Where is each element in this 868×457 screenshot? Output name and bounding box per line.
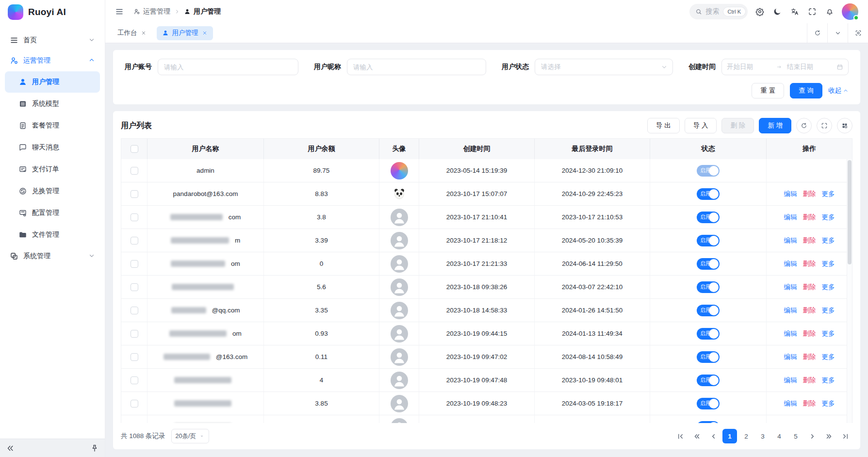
user-nickname-input[interactable] bbox=[347, 59, 486, 75]
delete-link[interactable]: 删除 bbox=[803, 399, 816, 408]
scrollbar-thumb[interactable] bbox=[848, 160, 852, 264]
status-toggle[interactable]: 启用 bbox=[697, 212, 720, 223]
delete-button[interactable]: 删 除 bbox=[721, 118, 754, 133]
bell-button[interactable] bbox=[825, 7, 834, 16]
more-link[interactable]: 更多 bbox=[822, 283, 835, 292]
more-link[interactable]: 更多 bbox=[822, 376, 835, 385]
more-link[interactable]: 更多 bbox=[822, 190, 835, 198]
create-time-range-picker[interactable]: 开始日期结束日期 bbox=[721, 59, 849, 75]
more-link[interactable]: 更多 bbox=[822, 260, 835, 268]
select-all-checkbox[interactable] bbox=[131, 145, 138, 153]
sidebar-collapse-button[interactable] bbox=[6, 444, 15, 453]
row-checkbox[interactable] bbox=[131, 283, 138, 291]
edit-link[interactable]: 编辑 bbox=[784, 423, 797, 424]
sidebar-item-file-management[interactable]: 文件管理 bbox=[5, 224, 100, 245]
user-avatar[interactable] bbox=[842, 3, 858, 20]
table-grid-button[interactable] bbox=[837, 118, 852, 133]
edit-link[interactable]: 编辑 bbox=[784, 353, 797, 361]
row-checkbox[interactable] bbox=[131, 423, 138, 424]
global-search[interactable]: 搜索 Ctrl K bbox=[689, 4, 748, 19]
status-toggle[interactable]: 启用 bbox=[697, 305, 720, 316]
status-toggle[interactable]: 启用 bbox=[697, 281, 720, 293]
status-toggle[interactable]: 启用 bbox=[697, 165, 720, 177]
page-3-button[interactable]: 3 bbox=[755, 429, 770, 443]
tabbar-focus-button[interactable] bbox=[848, 23, 868, 43]
more-link[interactable]: 更多 bbox=[822, 306, 835, 315]
status-toggle[interactable]: 启用 bbox=[697, 235, 720, 246]
tab-user-management[interactable]: 用户管理 bbox=[157, 26, 213, 40]
hamburger-menu-button[interactable] bbox=[115, 7, 124, 16]
sidebar-item-exchange-management[interactable]: 兑换管理 bbox=[5, 180, 100, 202]
more-link[interactable]: 更多 bbox=[822, 353, 835, 361]
tab-workbench[interactable]: 工作台 bbox=[112, 26, 152, 40]
row-checkbox[interactable] bbox=[131, 330, 138, 338]
edit-link[interactable]: 编辑 bbox=[784, 190, 797, 198]
sidebar-group-home[interactable]: 首页 bbox=[5, 30, 100, 50]
close-icon[interactable] bbox=[141, 30, 147, 36]
sidebar-item-payment-orders[interactable]: 支付订单 bbox=[5, 159, 100, 180]
more-link[interactable]: 更多 bbox=[822, 329, 835, 338]
tabbar-refresh-button[interactable] bbox=[807, 23, 827, 43]
translate-button[interactable] bbox=[790, 7, 799, 16]
edit-link[interactable]: 编辑 bbox=[784, 306, 797, 315]
table-scrollbar[interactable] bbox=[847, 159, 852, 423]
more-link[interactable]: 更多 bbox=[822, 399, 835, 408]
delete-link[interactable]: 删除 bbox=[803, 283, 816, 292]
edit-link[interactable]: 编辑 bbox=[784, 329, 797, 338]
sidebar-item-system-model[interactable]: 系统模型 bbox=[5, 93, 100, 114]
sidebar-pin-button[interactable] bbox=[90, 444, 99, 453]
row-checkbox[interactable] bbox=[131, 376, 138, 384]
status-toggle[interactable]: 启用 bbox=[697, 375, 720, 386]
sidebar-item-config-management[interactable]: 配置管理 bbox=[5, 202, 100, 224]
sidebar-item-chat-messages[interactable]: 聊天消息 bbox=[5, 137, 100, 158]
import-button[interactable]: 导 入 bbox=[685, 118, 717, 133]
export-button[interactable]: 导 出 bbox=[647, 118, 680, 133]
delete-link[interactable]: 删除 bbox=[803, 306, 816, 315]
prev-group-button[interactable] bbox=[689, 429, 704, 443]
more-link[interactable]: 更多 bbox=[822, 236, 835, 245]
edit-link[interactable]: 编辑 bbox=[784, 213, 797, 222]
prev-page-button[interactable] bbox=[706, 429, 721, 443]
row-checkbox[interactable] bbox=[131, 260, 138, 268]
add-button[interactable]: 新 增 bbox=[759, 118, 791, 133]
sidebar-item-package-management[interactable]: 套餐管理 bbox=[5, 115, 100, 136]
delete-link[interactable]: 删除 bbox=[803, 190, 816, 198]
row-checkbox[interactable] bbox=[131, 400, 138, 408]
edit-link[interactable]: 编辑 bbox=[784, 236, 797, 245]
table-refresh-button[interactable] bbox=[796, 118, 812, 133]
delete-link[interactable]: 删除 bbox=[803, 236, 816, 245]
edit-link[interactable]: 编辑 bbox=[784, 260, 797, 268]
delete-link[interactable]: 删除 bbox=[803, 353, 816, 361]
delete-link[interactable]: 删除 bbox=[803, 260, 816, 268]
sidebar-item-user-management[interactable]: 用户管理 bbox=[5, 71, 100, 93]
status-toggle[interactable]: 启用 bbox=[697, 398, 720, 409]
page-4-button[interactable]: 4 bbox=[772, 429, 786, 443]
search-button[interactable]: 查 询 bbox=[790, 83, 822, 98]
page-1-button[interactable]: 1 bbox=[722, 429, 737, 443]
fullscreen-button[interactable] bbox=[808, 7, 817, 16]
status-toggle[interactable]: 启用 bbox=[697, 351, 720, 363]
status-toggle[interactable]: 启用 bbox=[697, 188, 720, 200]
row-checkbox[interactable] bbox=[131, 213, 138, 221]
status-toggle[interactable]: 启用 bbox=[697, 258, 720, 270]
page-5-button[interactable]: 5 bbox=[788, 429, 803, 443]
row-checkbox[interactable] bbox=[131, 167, 138, 175]
settings-button[interactable] bbox=[755, 7, 764, 16]
reset-button[interactable]: 重 置 bbox=[752, 83, 784, 98]
row-checkbox[interactable] bbox=[131, 353, 138, 361]
close-icon[interactable] bbox=[202, 30, 208, 36]
breadcrumb-item[interactable]: 用户管理 bbox=[184, 7, 221, 16]
more-link[interactable]: 更多 bbox=[822, 423, 835, 424]
row-checkbox[interactable] bbox=[131, 237, 138, 245]
sidebar-group-operations[interactable]: 运营管理 bbox=[5, 50, 100, 71]
status-toggle[interactable]: 启用 bbox=[697, 328, 720, 340]
edit-link[interactable]: 编辑 bbox=[784, 399, 797, 408]
user-account-input[interactable] bbox=[158, 59, 298, 75]
sidebar-group-system-management[interactable]: 系统管理 bbox=[5, 246, 100, 266]
collapse-filter-link[interactable]: 收起 bbox=[828, 86, 849, 95]
user-status-select[interactable]: 请选择 bbox=[535, 59, 673, 75]
table-expand-button[interactable] bbox=[817, 118, 832, 133]
delete-link[interactable]: 删除 bbox=[803, 213, 816, 222]
breadcrumb-item[interactable]: 运营管理 bbox=[133, 7, 170, 16]
delete-link[interactable]: 删除 bbox=[803, 423, 816, 424]
